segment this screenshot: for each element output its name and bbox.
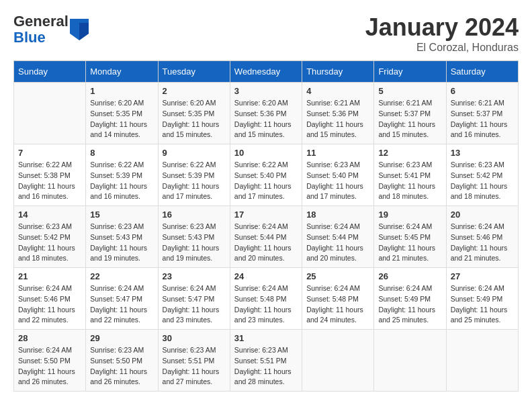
- page-header: General Blue January 2024 El Corozal, Ho…: [13, 13, 519, 54]
- day-number: 6: [451, 86, 514, 96]
- calendar-cell: 29Sunrise: 6:23 AMSunset: 5:50 PMDayligh…: [86, 330, 158, 392]
- header-saturday: Saturday: [446, 61, 518, 83]
- day-info: Sunrise: 6:23 AMSunset: 5:51 PMDaylight:…: [163, 345, 226, 387]
- calendar-header-row: SundayMondayTuesdayWednesdayThursdayFrid…: [14, 61, 519, 83]
- day-info: Sunrise: 6:23 AMSunset: 5:40 PMDaylight:…: [306, 160, 369, 202]
- day-number: 15: [90, 210, 153, 220]
- calendar-cell: [302, 330, 374, 392]
- calendar-cell: 13Sunrise: 6:23 AMSunset: 5:42 PMDayligh…: [446, 144, 518, 206]
- calendar-cell: 10Sunrise: 6:22 AMSunset: 5:40 PMDayligh…: [230, 144, 302, 206]
- day-info: Sunrise: 6:22 AMSunset: 5:39 PMDaylight:…: [163, 160, 226, 202]
- day-number: 25: [306, 271, 369, 281]
- day-number: 31: [234, 333, 298, 343]
- calendar-cell: 21Sunrise: 6:24 AMSunset: 5:46 PMDayligh…: [14, 268, 86, 330]
- day-number: 26: [378, 271, 441, 281]
- logo-icon: [70, 19, 89, 40]
- calendar-cell: 28Sunrise: 6:24 AMSunset: 5:50 PMDayligh…: [14, 330, 86, 392]
- day-number: 1: [90, 86, 153, 96]
- day-info: Sunrise: 6:24 AMSunset: 5:49 PMDaylight:…: [451, 283, 514, 326]
- month-title: January 2024: [365, 13, 519, 42]
- calendar-cell: 31Sunrise: 6:23 AMSunset: 5:51 PMDayligh…: [230, 330, 302, 392]
- calendar-cell: [446, 330, 518, 392]
- logo-general: General: [13, 13, 69, 30]
- day-info: Sunrise: 6:24 AMSunset: 5:48 PMDaylight:…: [234, 283, 298, 326]
- calendar-cell: 15Sunrise: 6:23 AMSunset: 5:43 PMDayligh…: [86, 206, 158, 268]
- day-info: Sunrise: 6:21 AMSunset: 5:37 PMDaylight:…: [378, 98, 441, 140]
- day-info: Sunrise: 6:20 AMSunset: 5:36 PMDaylight:…: [234, 98, 298, 140]
- calendar-week-2: 7Sunrise: 6:22 AMSunset: 5:38 PMDaylight…: [14, 144, 519, 206]
- calendar-cell: 9Sunrise: 6:22 AMSunset: 5:39 PMDaylight…: [158, 144, 230, 206]
- day-number: 3: [234, 86, 298, 96]
- calendar-cell: 4Sunrise: 6:21 AMSunset: 5:36 PMDaylight…: [302, 83, 374, 144]
- calendar-cell: 16Sunrise: 6:23 AMSunset: 5:43 PMDayligh…: [158, 206, 230, 268]
- day-number: 11: [306, 148, 369, 158]
- header-tuesday: Tuesday: [158, 61, 230, 83]
- day-info: Sunrise: 6:23 AMSunset: 5:51 PMDaylight:…: [234, 345, 298, 387]
- calendar-cell: 24Sunrise: 6:24 AMSunset: 5:48 PMDayligh…: [230, 268, 302, 330]
- day-number: 28: [18, 333, 81, 343]
- day-info: Sunrise: 6:23 AMSunset: 5:41 PMDaylight:…: [378, 160, 441, 202]
- day-info: Sunrise: 6:24 AMSunset: 5:45 PMDaylight:…: [378, 222, 441, 264]
- calendar-cell: 3Sunrise: 6:20 AMSunset: 5:36 PMDaylight…: [230, 83, 302, 144]
- day-info: Sunrise: 6:23 AMSunset: 5:43 PMDaylight:…: [90, 222, 153, 264]
- calendar-week-5: 28Sunrise: 6:24 AMSunset: 5:50 PMDayligh…: [14, 330, 519, 392]
- calendar-cell: 20Sunrise: 6:24 AMSunset: 5:46 PMDayligh…: [446, 206, 518, 268]
- calendar-week-3: 14Sunrise: 6:23 AMSunset: 5:42 PMDayligh…: [14, 206, 519, 268]
- calendar-cell: 18Sunrise: 6:24 AMSunset: 5:44 PMDayligh…: [302, 206, 374, 268]
- header-sunday: Sunday: [14, 61, 86, 83]
- day-number: 19: [378, 210, 441, 220]
- day-number: 20: [451, 210, 514, 220]
- calendar-cell: 23Sunrise: 6:24 AMSunset: 5:47 PMDayligh…: [158, 268, 230, 330]
- day-info: Sunrise: 6:24 AMSunset: 5:44 PMDaylight:…: [306, 222, 369, 264]
- calendar-cell: 22Sunrise: 6:24 AMSunset: 5:47 PMDayligh…: [86, 268, 158, 330]
- calendar-cell: 17Sunrise: 6:24 AMSunset: 5:44 PMDayligh…: [230, 206, 302, 268]
- day-info: Sunrise: 6:23 AMSunset: 5:50 PMDaylight:…: [90, 345, 153, 387]
- calendar-week-1: 1Sunrise: 6:20 AMSunset: 5:35 PMDaylight…: [14, 83, 519, 144]
- day-number: 2: [163, 86, 226, 96]
- day-info: Sunrise: 6:24 AMSunset: 5:50 PMDaylight:…: [18, 345, 81, 387]
- calendar-table: SundayMondayTuesdayWednesdayThursdayFrid…: [13, 60, 519, 392]
- day-info: Sunrise: 6:20 AMSunset: 5:35 PMDaylight:…: [163, 98, 226, 140]
- calendar-cell: 12Sunrise: 6:23 AMSunset: 5:41 PMDayligh…: [374, 144, 446, 206]
- day-info: Sunrise: 6:24 AMSunset: 5:46 PMDaylight:…: [451, 222, 514, 264]
- day-info: Sunrise: 6:24 AMSunset: 5:46 PMDaylight:…: [18, 283, 81, 326]
- day-number: 13: [451, 148, 514, 158]
- day-info: Sunrise: 6:21 AMSunset: 5:37 PMDaylight:…: [451, 98, 514, 140]
- calendar-week-4: 21Sunrise: 6:24 AMSunset: 5:46 PMDayligh…: [14, 268, 519, 330]
- day-number: 22: [90, 271, 153, 281]
- day-number: 24: [234, 271, 298, 281]
- svg-marker-1: [79, 23, 89, 40]
- day-info: Sunrise: 6:23 AMSunset: 5:42 PMDaylight:…: [18, 222, 81, 264]
- day-number: 5: [378, 86, 441, 96]
- logo-blue: Blue: [13, 30, 69, 46]
- day-info: Sunrise: 6:23 AMSunset: 5:42 PMDaylight:…: [451, 160, 514, 202]
- header-friday: Friday: [374, 61, 446, 83]
- day-info: Sunrise: 6:24 AMSunset: 5:48 PMDaylight:…: [306, 283, 369, 326]
- day-number: 21: [18, 271, 81, 281]
- day-info: Sunrise: 6:22 AMSunset: 5:39 PMDaylight:…: [90, 160, 153, 202]
- day-number: 30: [163, 333, 226, 343]
- day-info: Sunrise: 6:24 AMSunset: 5:47 PMDaylight:…: [163, 283, 226, 326]
- day-info: Sunrise: 6:23 AMSunset: 5:43 PMDaylight:…: [163, 222, 226, 264]
- day-info: Sunrise: 6:22 AMSunset: 5:40 PMDaylight:…: [234, 160, 298, 202]
- day-number: 7: [18, 148, 81, 158]
- day-info: Sunrise: 6:24 AMSunset: 5:44 PMDaylight:…: [234, 222, 298, 264]
- header-thursday: Thursday: [302, 61, 374, 83]
- logo: General Blue: [13, 13, 89, 46]
- calendar-cell: 30Sunrise: 6:23 AMSunset: 5:51 PMDayligh…: [158, 330, 230, 392]
- calendar-cell: 26Sunrise: 6:24 AMSunset: 5:49 PMDayligh…: [374, 268, 446, 330]
- title-section: January 2024 El Corozal, Honduras: [365, 13, 519, 54]
- calendar-cell: 2Sunrise: 6:20 AMSunset: 5:35 PMDaylight…: [158, 83, 230, 144]
- header-monday: Monday: [86, 61, 158, 83]
- calendar-cell: 27Sunrise: 6:24 AMSunset: 5:49 PMDayligh…: [446, 268, 518, 330]
- day-number: 9: [163, 148, 226, 158]
- calendar-cell: [14, 83, 86, 144]
- day-number: 17: [234, 210, 298, 220]
- day-number: 16: [163, 210, 226, 220]
- day-info: Sunrise: 6:24 AMSunset: 5:49 PMDaylight:…: [378, 283, 441, 326]
- calendar-cell: 8Sunrise: 6:22 AMSunset: 5:39 PMDaylight…: [86, 144, 158, 206]
- day-number: 23: [163, 271, 226, 281]
- day-info: Sunrise: 6:20 AMSunset: 5:35 PMDaylight:…: [90, 98, 153, 140]
- day-number: 8: [90, 148, 153, 158]
- calendar-cell: 6Sunrise: 6:21 AMSunset: 5:37 PMDaylight…: [446, 83, 518, 144]
